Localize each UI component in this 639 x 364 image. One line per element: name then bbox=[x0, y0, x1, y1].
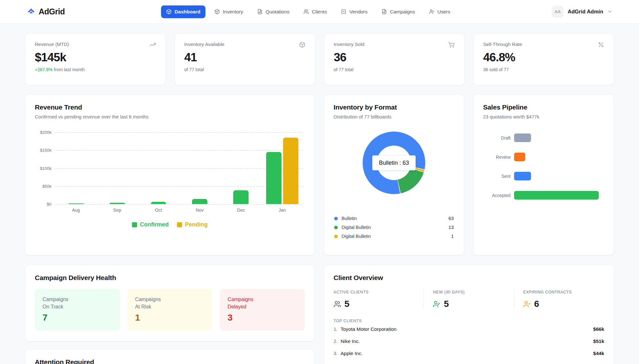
pipeline-bar-accepted[interactable] bbox=[514, 191, 599, 200]
client-value: $51k bbox=[593, 338, 604, 344]
stat-value: 6 bbox=[534, 299, 539, 309]
cart-icon bbox=[448, 42, 455, 48]
top-clients-label: TOP CLIENTS bbox=[334, 319, 604, 323]
brand[interactable]: AdGrid bbox=[27, 7, 65, 16]
legend-value: 13 bbox=[449, 225, 454, 230]
nav-item-label: Quotations bbox=[266, 9, 289, 15]
bar-confirmed-aug[interactable] bbox=[68, 203, 84, 204]
nav-item-label: Campaigns bbox=[390, 9, 415, 15]
nav-item-inventory[interactable]: Inventory bbox=[209, 5, 248, 18]
bar-pending-jan[interactable] bbox=[283, 138, 298, 204]
kpi-delta-rest: from last month bbox=[53, 67, 85, 72]
percent-icon bbox=[598, 42, 604, 48]
x-axis-label: Aug bbox=[55, 208, 96, 213]
kpi-subtext: of 77 total bbox=[334, 67, 354, 72]
x-axis-label: Sep bbox=[96, 208, 138, 213]
user-check-icon bbox=[429, 9, 435, 14]
nav-item-clients[interactable]: Clients bbox=[298, 5, 332, 18]
bar-group-sep bbox=[96, 132, 138, 204]
legend-dot bbox=[334, 226, 338, 229]
top-client-row: 2.Nike Inc.$51k bbox=[334, 335, 604, 347]
package-icon bbox=[166, 9, 172, 14]
chevron-down-icon bbox=[607, 9, 612, 14]
donut-legend-row: Bulletin63 bbox=[334, 214, 454, 223]
pipeline-bar-draft[interactable] bbox=[514, 133, 531, 142]
kpi-card-inventory-available: Inventory Available41of 77 total bbox=[174, 33, 315, 85]
legend-label: Pending bbox=[185, 221, 208, 228]
x-axis-label: Jan bbox=[262, 208, 303, 213]
nav-item-quotations[interactable]: Quotations bbox=[252, 5, 295, 18]
client-name: Apple Inc. bbox=[341, 351, 593, 356]
stat-value: 5 bbox=[444, 299, 449, 309]
kpi-title: Inventory Sold bbox=[334, 42, 365, 47]
pipeline-stage-label: Sent bbox=[483, 174, 511, 179]
sales-pipeline-subtitle: 23 quotations worth $477k bbox=[483, 114, 604, 119]
client-stat-expiring-contracts: EXPIRING CONTRACTS6 bbox=[514, 290, 604, 309]
user-check-icon bbox=[433, 300, 440, 308]
campaign-health-card: Campaign Delivery Health CampaignsOn Tra… bbox=[25, 265, 315, 341]
nav-item-vendors[interactable]: Vendors bbox=[336, 5, 373, 18]
nav-item-dashboard[interactable]: Dashboard bbox=[161, 5, 205, 18]
inventory-format-subtitle: Distribution of 77 billboards bbox=[334, 114, 454, 119]
kpi-title: Sell-Through Rate bbox=[483, 42, 522, 47]
client-name: Toyota Motor Corporation bbox=[341, 326, 593, 332]
pipeline-bar-review[interactable] bbox=[514, 153, 525, 161]
bar-confirmed-sep[interactable] bbox=[110, 203, 125, 204]
nav-item-label: Users bbox=[437, 9, 450, 15]
attention-required-title: Attention Required bbox=[35, 358, 305, 364]
nav-item-label: Inventory bbox=[223, 9, 243, 15]
legend-swatch bbox=[177, 222, 182, 227]
bar-group-jan bbox=[262, 132, 303, 204]
nav-item-campaigns[interactable]: Campaigns bbox=[376, 5, 420, 18]
package-icon bbox=[299, 42, 305, 48]
chart-legend: ConfirmedPending bbox=[37, 221, 303, 228]
stat-label: EXPIRING CONTRACTS bbox=[523, 290, 598, 294]
client-rank: 2. bbox=[334, 338, 341, 344]
legend-value: 63 bbox=[449, 216, 454, 221]
legend-label: Digital Bulletin bbox=[342, 225, 445, 230]
legend-item-confirmed[interactable]: Confirmed bbox=[132, 221, 169, 228]
x-axis-label: Dec bbox=[220, 208, 262, 213]
legend-label: Bulletin bbox=[342, 216, 445, 221]
y-axis: $200k$150k$100k$50k$0 bbox=[37, 132, 55, 204]
kpi-title: Inventory Available bbox=[184, 42, 225, 47]
kpi-value: 46.8% bbox=[483, 51, 604, 64]
kpi-row: Revenue (MTD)$145k+267.8% from last mont… bbox=[25, 33, 614, 85]
pipeline-bar-sent[interactable] bbox=[514, 172, 531, 180]
legend-item-pending[interactable]: Pending bbox=[177, 221, 208, 228]
revenue-trend-card: Revenue Trend Confirmed vs pending reven… bbox=[25, 94, 315, 255]
top-clients-list: 1.Toyota Motor Corporation$66k2.Nike Inc… bbox=[334, 323, 604, 360]
adgrid-logo-icon bbox=[27, 7, 35, 16]
store-icon bbox=[341, 9, 346, 14]
health-tile-on-track: CampaignsOn Track7 bbox=[35, 289, 120, 330]
donut-tooltip: Bulletin : 63 bbox=[372, 155, 416, 171]
stat-label: ACTIVE CLIENTS bbox=[334, 290, 417, 294]
kpi-value: $145k bbox=[35, 51, 156, 64]
bar-confirmed-jan[interactable] bbox=[266, 152, 281, 204]
client-stats: ACTIVE CLIENTS5NEW (30 DAYS)5EXPIRING CO… bbox=[334, 290, 604, 309]
trending-up-icon bbox=[150, 42, 156, 48]
y-axis-label: $50k bbox=[42, 184, 51, 188]
bottom-row: Campaign Delivery Health CampaignsOn Tra… bbox=[25, 265, 614, 364]
client-name: Nike Inc. bbox=[341, 338, 593, 344]
client-value: $44k bbox=[593, 351, 604, 356]
bar-confirmed-nov[interactable] bbox=[192, 199, 207, 204]
pipeline-stage-label: Accepted bbox=[483, 193, 511, 198]
nav-item-users[interactable]: Users bbox=[424, 5, 455, 18]
inventory-format-card: Inventory by Format Distribution of 77 b… bbox=[324, 94, 464, 255]
bar-confirmed-oct[interactable] bbox=[151, 202, 166, 204]
stat-value: 5 bbox=[344, 299, 350, 309]
main-nav: DashboardInventoryQuotationsClientsVendo… bbox=[161, 5, 455, 18]
user-menu[interactable]: AA AdGrid Admin bbox=[552, 6, 612, 18]
file-text-icon bbox=[381, 9, 387, 14]
sales-pipeline-chart: DraftReviewSentAccepted bbox=[483, 133, 604, 200]
bar-group-oct bbox=[138, 132, 179, 204]
campaign-health-tiles: CampaignsOn Track7CampaignsAt Risk1Campa… bbox=[35, 289, 305, 330]
pipeline-stage-label: Draft bbox=[483, 135, 511, 140]
client-overview-card: Client Overview ACTIVE CLIENTS5NEW (30 D… bbox=[324, 265, 614, 364]
health-tile-delayed: CampaignsDelayed3 bbox=[220, 289, 305, 330]
bar-confirmed-dec[interactable] bbox=[233, 190, 249, 204]
health-tile-label: CampaignsOn Track bbox=[42, 296, 112, 310]
x-axis-label: Oct bbox=[138, 208, 179, 213]
legend-label: Confirmed bbox=[140, 221, 169, 228]
